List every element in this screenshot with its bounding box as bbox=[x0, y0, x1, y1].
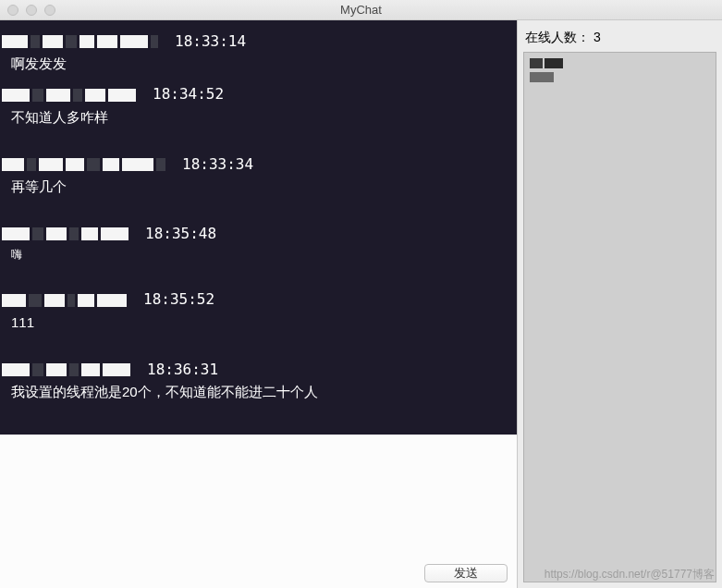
chat-message: 18:34:52 不知道人多咋样 bbox=[0, 79, 517, 131]
list-item[interactable] bbox=[530, 72, 710, 82]
username-redacted bbox=[2, 89, 136, 102]
user-list[interactable] bbox=[523, 52, 716, 582]
message-time: 18:34:52 bbox=[153, 84, 224, 104]
chat-message: 18:35:52 111 bbox=[0, 284, 517, 337]
message-text: 啊发发发 bbox=[2, 54, 508, 73]
message-time: 18:35:48 bbox=[145, 224, 216, 244]
username-redacted bbox=[2, 227, 128, 240]
username-redacted bbox=[2, 363, 130, 376]
close-icon[interactable] bbox=[7, 5, 18, 16]
chat-message: 18:33:34 再等几个 bbox=[0, 149, 517, 202]
message-text: 再等几个 bbox=[2, 177, 508, 196]
minimize-icon[interactable] bbox=[26, 5, 37, 16]
list-item[interactable] bbox=[530, 58, 710, 68]
maximize-icon[interactable] bbox=[44, 5, 55, 16]
message-text: 111 bbox=[2, 312, 508, 332]
online-label-text: 在线人数： bbox=[525, 30, 590, 44]
chat-message: 18:35:48 嗨 bbox=[0, 218, 517, 267]
username-redacted bbox=[2, 158, 165, 171]
window-title: MyChat bbox=[0, 3, 722, 17]
chat-message: 18:36:31 我设置的线程池是20个，不知道能不能进二十个人 bbox=[0, 354, 517, 407]
chat-message: 18:33:14 啊发发发 bbox=[0, 26, 517, 79]
traffic-lights bbox=[0, 5, 55, 16]
message-time: 18:36:31 bbox=[147, 360, 218, 380]
username-redacted bbox=[2, 294, 127, 307]
username-redacted bbox=[2, 35, 158, 48]
message-text: 我设置的线程池是20个，不知道能不能进二十个人 bbox=[2, 382, 508, 401]
online-count-label: 在线人数： 3 bbox=[518, 20, 722, 52]
message-input-area[interactable]: 发送 bbox=[0, 435, 517, 588]
online-count-value: 3 bbox=[594, 30, 601, 44]
message-time: 18:33:14 bbox=[175, 31, 246, 52]
message-text: 嗨 bbox=[2, 247, 508, 263]
message-text: 不知道人多咋样 bbox=[2, 107, 508, 127]
titlebar: MyChat bbox=[0, 0, 722, 20]
chat-area[interactable]: 18:33:14 啊发发发 18:34:52 不知道人多咋样 bbox=[0, 20, 517, 435]
message-time: 18:35:52 bbox=[143, 289, 214, 310]
send-button[interactable]: 发送 bbox=[424, 564, 508, 582]
message-time: 18:33:34 bbox=[182, 154, 253, 175]
